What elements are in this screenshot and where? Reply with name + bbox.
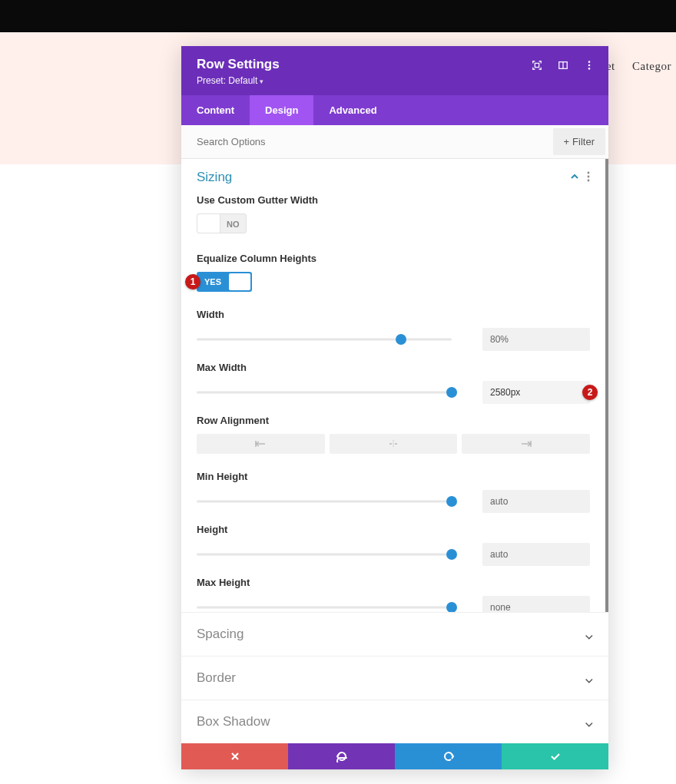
gutter-width-label: Use Custom Gutter Width <box>197 194 590 206</box>
section-border[interactable]: Border <box>181 656 608 700</box>
width-value-input[interactable] <box>482 328 590 351</box>
tab-design[interactable]: Design <box>250 95 313 125</box>
settings-body[interactable]: Sizing Use Custom Gutter Width NO Equali… <box>181 159 608 612</box>
section-title-sizing[interactable]: Sizing <box>197 170 232 185</box>
equalize-label: Equalize Column Heights <box>197 253 590 264</box>
chevron-down-icon <box>585 671 593 686</box>
minheight-value-input[interactable] <box>482 490 590 513</box>
slider-thumb[interactable] <box>446 549 457 560</box>
undo-icon <box>336 750 348 762</box>
tab-advanced[interactable]: Advanced <box>313 95 392 125</box>
collapse-icon[interactable] <box>570 170 579 184</box>
tab-content[interactable]: Content <box>181 95 250 125</box>
plus-icon: + <box>564 136 570 147</box>
check-icon <box>549 750 562 762</box>
section-title-border: Border <box>197 670 236 686</box>
filter-button[interactable]: + Filter <box>553 128 605 155</box>
toggle-on-label: YES <box>197 272 227 292</box>
slider-thumb[interactable] <box>446 387 457 398</box>
svg-point-3 <box>588 61 591 63</box>
section-menu-icon[interactable] <box>587 171 590 184</box>
maxheight-value-input[interactable] <box>482 596 590 612</box>
align-center-button[interactable] <box>330 434 458 454</box>
width-slider[interactable] <box>197 332 452 347</box>
toggle-handle <box>197 214 220 233</box>
slider-thumb[interactable] <box>446 602 457 612</box>
height-slider[interactable] <box>197 547 452 562</box>
modal-header: Row Settings Preset: Default <box>181 46 608 95</box>
close-icon <box>230 751 240 762</box>
equalize-toggle[interactable]: YES <box>197 272 252 292</box>
redo-icon <box>442 750 455 762</box>
chevron-down-icon <box>585 715 593 729</box>
maxheight-label: Max Height <box>197 577 590 588</box>
tabs: Content Design Advanced <box>181 95 608 125</box>
search-row: + Filter <box>181 125 608 159</box>
rowalign-label: Row Alignment <box>197 415 590 426</box>
modal-footer <box>181 743 608 769</box>
filter-label: Filter <box>572 136 595 147</box>
section-title-spacing: Spacing <box>197 627 244 642</box>
row-settings-modal: Row Settings Preset: Default Content Des… <box>181 46 608 769</box>
annotation-badge-1: 1 <box>185 274 200 289</box>
expand-icon[interactable] <box>532 60 542 71</box>
bg-nav-item[interactable]: Categor <box>632 60 671 72</box>
maxwidth-slider[interactable] <box>197 385 452 400</box>
chevron-down-icon <box>585 627 593 642</box>
height-value-input[interactable] <box>482 543 590 566</box>
columns-icon[interactable] <box>558 60 568 71</box>
section-sizing: Sizing Use Custom Gutter Width NO Equali… <box>181 159 605 612</box>
slider-thumb[interactable] <box>396 334 406 345</box>
maxwidth-label: Max Width <box>197 362 590 373</box>
undo-button[interactable] <box>288 743 395 769</box>
page-topbar <box>0 0 676 32</box>
minheight-slider[interactable] <box>197 494 452 509</box>
section-spacing[interactable]: Spacing <box>181 612 608 656</box>
section-boxshadow[interactable]: Box Shadow <box>181 700 608 743</box>
redo-button[interactable] <box>395 743 502 769</box>
row-alignment-group <box>197 434 590 454</box>
width-label: Width <box>197 309 590 320</box>
annotation-badge-2: 2 <box>582 385 598 400</box>
align-left-button[interactable] <box>197 434 325 454</box>
maxwidth-value-input[interactable] <box>482 381 590 404</box>
preset-dropdown[interactable]: Preset: Default <box>197 75 593 86</box>
gutter-width-toggle[interactable]: NO <box>197 213 247 233</box>
kebab-menu-icon[interactable] <box>584 60 595 71</box>
slider-thumb[interactable] <box>446 496 457 507</box>
toggle-off-label: NO <box>220 214 246 233</box>
svg-point-6 <box>588 171 590 174</box>
svg-rect-0 <box>535 63 538 67</box>
search-input[interactable] <box>181 125 550 158</box>
maxheight-slider[interactable] <box>197 600 452 612</box>
svg-point-5 <box>588 68 591 70</box>
section-title-boxshadow: Box Shadow <box>197 714 270 729</box>
cancel-button[interactable] <box>181 743 288 769</box>
align-right-button[interactable] <box>462 434 590 454</box>
svg-point-4 <box>588 65 591 67</box>
svg-point-7 <box>588 175 590 177</box>
toggle-handle <box>229 273 250 290</box>
save-button[interactable] <box>502 743 608 769</box>
height-label: Height <box>197 524 590 535</box>
svg-point-8 <box>588 179 590 181</box>
minheight-label: Min Height <box>197 471 590 482</box>
